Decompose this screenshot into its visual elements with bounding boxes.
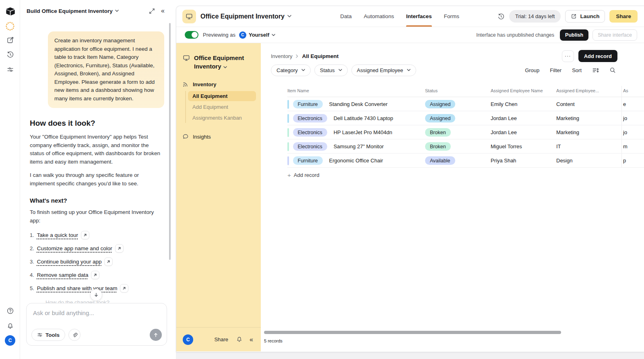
employee-email: jo [623, 111, 643, 125]
sort-button[interactable]: Sort [572, 67, 582, 73]
page-content: Inventory All Equipment ··· Add record C… [261, 43, 644, 351]
row-color-bar [287, 142, 289, 151]
attach-button[interactable] [68, 329, 80, 341]
expand-icon[interactable] [149, 8, 155, 15]
tools-button[interactable]: Tools [31, 329, 65, 341]
horizontal-scrollbar[interactable] [264, 331, 640, 334]
preview-toggle[interactable] [185, 31, 198, 39]
chevron-down-icon [301, 69, 305, 71]
app-icon[interactable] [182, 10, 196, 23]
scroll-to-bottom-button[interactable] [90, 289, 102, 301]
compose-icon[interactable] [0, 36, 20, 44]
sidebar-app-title[interactable]: Office Equipment Inventory [182, 54, 256, 71]
breadcrumb-parent[interactable]: Inventory [271, 53, 292, 59]
tab-data[interactable]: Data [340, 6, 352, 27]
row-color-bar [287, 114, 289, 123]
step-link[interactable]: Customize app name and color [37, 245, 112, 251]
column-header-employee-team[interactable]: Assigned Employee... [556, 88, 599, 93]
step-link[interactable]: Continue building your app [37, 259, 102, 265]
sidebar-item-assignments-kanban[interactable]: Assignments Kanban [188, 113, 256, 123]
bell-icon[interactable] [236, 336, 243, 343]
chat-panel: Build Office Equipment Inventory « Creat… [21, 0, 172, 359]
breadcrumb: Inventory All Equipment ··· Add record [271, 50, 617, 62]
column-header-employee-name[interactable]: Assigned Employee Name [491, 88, 543, 93]
tab-forms[interactable]: Forms [444, 6, 459, 27]
table-row[interactable]: Electronics Samsung 27" Monitor Broken M… [261, 139, 644, 154]
table-row[interactable]: Furniture Standing Desk Converter Assign… [261, 97, 644, 111]
unpublished-changes-text: Interface has unpublished changes [476, 32, 554, 38]
more-options-button[interactable]: ··· [562, 50, 574, 62]
external-link-icon[interactable] [91, 271, 99, 279]
next-steps-list: Take a quick tour Customize app name and… [30, 231, 169, 293]
table-header: Item Name Status Assigned Employee Name … [261, 86, 644, 97]
launch-icon [571, 13, 577, 19]
app-title-dropdown[interactable]: Office Equipment Inventory [200, 13, 291, 20]
step-link[interactable]: Take a quick tour [37, 232, 78, 238]
share-button[interactable]: Share [609, 10, 638, 23]
add-record-inline[interactable]: + Add record [261, 168, 644, 178]
sidebar-section-insights[interactable]: Insights [182, 133, 256, 140]
chat-input[interactable]: Ask or build anything... Tools [26, 303, 167, 346]
employee-email: p [623, 154, 643, 168]
chevron-down-icon[interactable] [272, 34, 275, 36]
assistant-paragraph: Your "Office Equipment Inventory" app he… [30, 133, 163, 166]
help-icon[interactable] [0, 307, 20, 315]
launch-button[interactable]: Launch [565, 10, 605, 23]
preview-user[interactable]: Yourself [249, 32, 269, 38]
external-link-icon[interactable] [115, 244, 124, 253]
avatar[interactable]: C [183, 334, 193, 345]
collapse-sidebar-icon[interactable]: « [250, 336, 253, 343]
row-color-bar [287, 156, 289, 165]
look-heading: How does it look? [30, 119, 169, 128]
external-link-icon[interactable] [81, 231, 89, 239]
sidebar-section-inventory[interactable]: Inventory [182, 81, 256, 87]
table-row[interactable]: Electronics HP LaserJet Pro M404dn Broke… [261, 125, 644, 139]
history-icon[interactable] [0, 51, 20, 58]
group-button[interactable]: Group [525, 67, 539, 73]
sidebar-share-button[interactable]: Share [214, 336, 228, 342]
step-link[interactable]: Remove sample data [37, 272, 89, 278]
step-link[interactable]: Publish and share with your team [37, 285, 118, 291]
sidebar-item-add-equipment[interactable]: Add Equipment [188, 102, 256, 112]
share-interface-button[interactable]: Share interface [592, 29, 637, 41]
employee-name: Priya Shah [491, 154, 516, 168]
filter-category[interactable]: Category [271, 64, 311, 76]
add-record-button[interactable]: Add record [578, 50, 617, 62]
employee-name: Emily Chen [491, 97, 517, 111]
ai-spinner-icon[interactable] [0, 21, 20, 31]
send-button[interactable] [150, 329, 162, 341]
tab-interfaces[interactable]: Interfaces [406, 6, 432, 27]
app-window: Office Equipment Inventory Data Automati… [176, 6, 644, 352]
employee-team: Content [556, 97, 575, 111]
search-icon[interactable] [609, 67, 616, 73]
user-avatar[interactable]: C [0, 335, 20, 346]
publish-button[interactable]: Publish [560, 29, 588, 41]
app-rail: C [0, 0, 20, 359]
row-height-icon[interactable] [592, 67, 599, 74]
table-row[interactable]: Electronics Dell Latitude 7430 Laptop As… [261, 111, 644, 125]
chevron-down-icon [407, 69, 411, 71]
external-link-icon[interactable] [120, 284, 128, 293]
row-color-bar [287, 100, 289, 109]
sidebar-item-all-equipment[interactable]: All Equipment [188, 91, 256, 101]
table-row[interactable]: Furniture Ergonomic Office Chair Availab… [261, 154, 644, 168]
bell-icon[interactable] [0, 322, 20, 330]
filter-button[interactable]: Filter [550, 67, 561, 73]
chat-title-dropdown[interactable]: Build Office Equipment Inventory [27, 8, 144, 14]
column-header-employee-email[interactable]: As [623, 88, 628, 93]
sliders-icon[interactable] [0, 66, 20, 73]
filter-status[interactable]: Status [314, 64, 348, 76]
status-badge: Broken [425, 128, 451, 137]
employee-email: m [623, 139, 643, 154]
airtable-logo[interactable] [0, 6, 20, 17]
category-badge: Furniture [293, 100, 323, 108]
filter-assigned-employee[interactable]: Assigned Employee [351, 64, 416, 76]
column-header-item-name[interactable]: Item Name [287, 88, 309, 93]
column-header-status[interactable]: Status [425, 88, 438, 93]
category-badge: Furniture [293, 156, 323, 165]
tab-automations[interactable]: Automations [364, 6, 394, 27]
external-link-icon[interactable] [104, 257, 113, 266]
chat-scrollbar[interactable] [169, 23, 171, 260]
collapse-chat-icon[interactable]: « [161, 7, 165, 15]
history-icon[interactable] [497, 13, 505, 20]
